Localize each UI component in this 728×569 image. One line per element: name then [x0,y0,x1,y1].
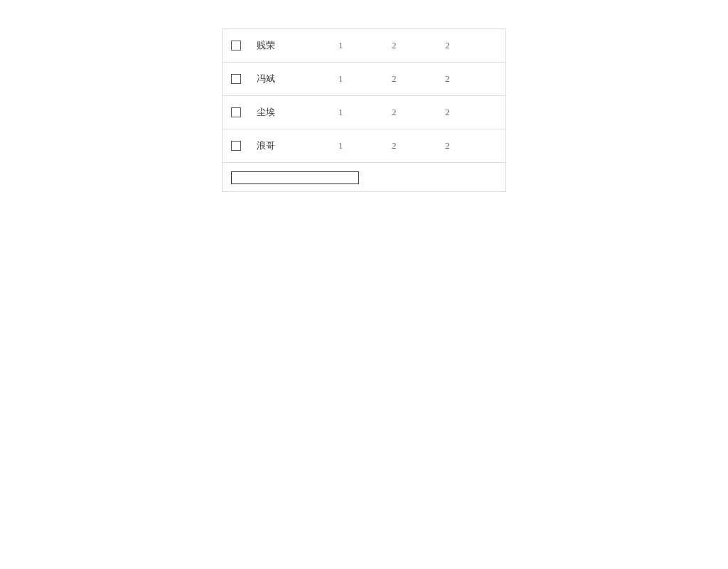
row-col-2: 2 [392,107,445,118]
row-col-1: 1 [338,107,392,118]
table-row: 浪哥 1 2 2 [223,129,505,163]
row-col-3: 2 [445,107,498,118]
checkbox[interactable] [231,141,241,151]
table-row: 贱荣 1 2 2 [223,29,505,63]
footer-row [223,163,505,191]
table-row: 尘埃 1 2 2 [223,96,505,129]
table-row: 冯斌 1 2 2 [223,63,505,96]
checkbox[interactable] [231,107,241,117]
row-name: 尘埃 [257,106,338,119]
list-container: 贱荣 1 2 2 冯斌 1 2 2 尘埃 1 2 2 浪哥 1 2 2 [222,28,506,192]
row-name: 浪哥 [257,139,338,152]
row-col-3: 2 [445,73,498,85]
row-col-2: 2 [392,73,445,85]
row-col-2: 2 [392,140,445,151]
text-input[interactable] [231,171,359,184]
row-col-2: 2 [392,40,445,51]
row-col-1: 1 [338,40,392,51]
row-name: 贱荣 [257,39,338,52]
row-name: 冯斌 [257,73,338,85]
row-col-3: 2 [445,140,498,151]
row-col-1: 1 [338,140,392,151]
checkbox[interactable] [231,41,241,50]
checkbox[interactable] [231,74,241,84]
row-col-1: 1 [338,73,392,85]
row-col-3: 2 [445,40,498,51]
